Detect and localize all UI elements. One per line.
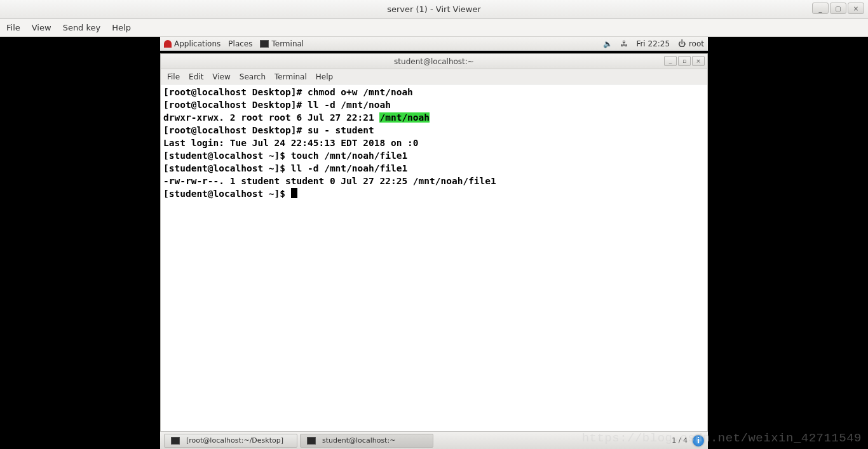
menu-view[interactable]: View — [32, 23, 51, 32]
gnome-topbar: Applications Places Terminal 🔈 🖧 Fri 22:… — [160, 37, 708, 51]
volume-icon[interactable]: 🔈 — [603, 39, 612, 48]
clock[interactable]: Fri 22:25 — [636, 39, 670, 48]
terminal-titlebar[interactable]: student@localhost:~ _ ▫ × — [161, 54, 707, 69]
terminal-menu-edit[interactable]: Edit — [189, 72, 203, 81]
terminal-line: Last login: Tue Jul 24 22:45:13 EDT 2018… — [163, 138, 419, 148]
terminal-icon — [171, 437, 180, 445]
close-button[interactable]: × — [848, 3, 864, 14]
taskbar-item-student-terminal[interactable]: student@localhost:~ — [300, 434, 433, 448]
terminal-output[interactable]: [root@localhost Desktop]# chmod o+w /mnt… — [161, 84, 707, 440]
terminal-menu-search[interactable]: Search — [240, 72, 266, 81]
terminal-window: student@localhost:~ _ ▫ × File Edit View… — [160, 53, 708, 441]
menu-help[interactable]: Help — [112, 23, 131, 32]
taskbar-item-label: [root@localhost:~/Desktop] — [186, 436, 283, 445]
terminal-menu-file[interactable]: File — [167, 72, 180, 81]
terminal-line: [root@localhost Desktop]# su - student — [163, 125, 374, 135]
taskbar-item-label: student@localhost:~ — [322, 436, 395, 445]
workspace-switcher[interactable]: 1 / 4 i — [672, 435, 704, 446]
virt-viewer-window-controls: _ ▢ × — [812, 3, 864, 14]
gnome-taskbar: [root@localhost:~/Desktop] student@local… — [160, 431, 708, 449]
info-icon[interactable]: i — [693, 435, 704, 446]
user-menu[interactable]: ⏻ root — [677, 39, 704, 48]
workspace-label: 1 / 4 — [672, 436, 688, 445]
virt-viewer-titlebar: server (1) - Virt Viewer — [0, 0, 868, 19]
maximize-button[interactable]: ▢ — [830, 3, 846, 14]
places-menu[interactable]: Places — [228, 39, 252, 48]
minimize-button[interactable]: _ — [812, 3, 829, 14]
terminal-line: -rw-rw-r--. 1 student student 0 Jul 27 2… — [163, 176, 496, 186]
terminal-close-button[interactable]: × — [692, 56, 705, 66]
terminal-title: student@localhost:~ — [394, 57, 474, 66]
terminal-menu-view[interactable]: View — [212, 72, 230, 81]
terminal-icon — [260, 40, 269, 48]
active-app-indicator[interactable]: Terminal — [260, 39, 304, 48]
terminal-window-controls: _ ▫ × — [664, 56, 705, 66]
terminal-line: drwxr-xrwx. 2 root root 6 Jul 27 22:21 — [163, 112, 379, 123]
redhat-icon — [164, 40, 172, 48]
terminal-minimize-button[interactable]: _ — [664, 56, 677, 66]
terminal-menu-terminal[interactable]: Terminal — [275, 72, 307, 81]
terminal-menubar: File Edit View Search Terminal Help — [161, 69, 707, 84]
applications-menu[interactable]: Applications — [164, 39, 220, 48]
menu-file[interactable]: File — [6, 23, 20, 32]
terminal-menu-help[interactable]: Help — [316, 72, 333, 81]
terminal-line: [root@localhost Desktop]# ll -d /mnt/noa… — [163, 100, 391, 110]
taskbar-item-root-terminal[interactable]: [root@localhost:~/Desktop] — [164, 434, 297, 448]
terminal-icon — [307, 437, 316, 445]
power-icon: ⏻ — [677, 39, 686, 48]
guest-desktop: Applications Places Terminal 🔈 🖧 Fri 22:… — [160, 37, 708, 449]
terminal-maximize-button[interactable]: ▫ — [678, 56, 691, 66]
terminal-line: [student@localhost ~]$ touch /mnt/noah/f… — [163, 151, 407, 161]
virt-viewer-menubar: File View Send key Help — [0, 19, 868, 37]
terminal-line: [root@localhost Desktop]# chmod o+w /mnt… — [163, 87, 413, 97]
highlighted-path: /mnt/noah — [379, 112, 430, 123]
terminal-line: [student@localhost ~]$ ll -d /mnt/noah/f… — [163, 163, 407, 173]
network-icon[interactable]: 🖧 — [620, 39, 628, 48]
virt-viewer-title: server (1) - Virt Viewer — [387, 4, 481, 14]
menu-send-key[interactable]: Send key — [63, 23, 101, 32]
cursor-icon — [291, 188, 297, 198]
terminal-prompt: [student@localhost ~]$ — [163, 189, 291, 199]
